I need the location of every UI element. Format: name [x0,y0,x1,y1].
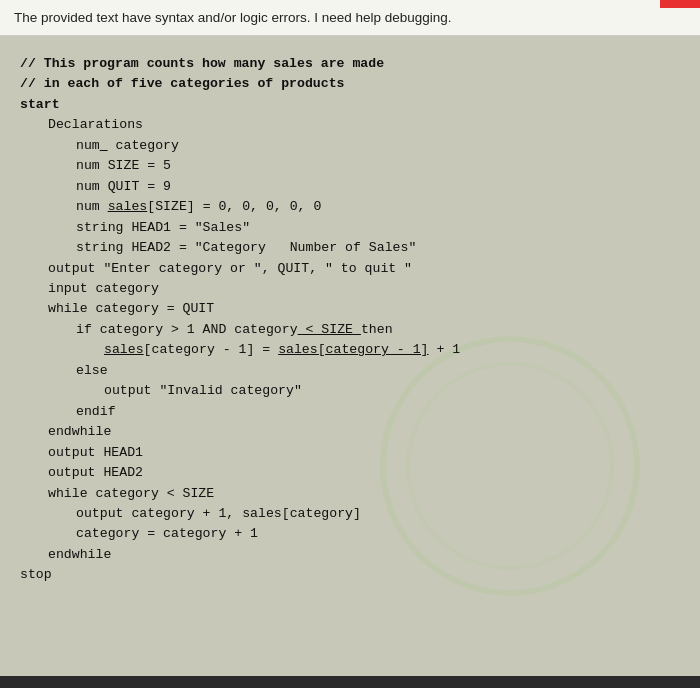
code-line: if category > 1 AND category < SIZE then [20,320,680,340]
code-line: output "Enter category or ", QUIT, " to … [20,259,680,279]
top-bar: The provided text have syntax and/or log… [0,0,700,36]
code-line: string HEAD1 = "Sales" [20,218,680,238]
code-line: input category [20,279,680,299]
code-line: sales[category - 1] = sales[category - 1… [20,340,680,360]
code-line: num category [20,136,680,156]
code-line: Declarations [20,115,680,135]
code-line: num sales[SIZE] = 0, 0, 0, 0, 0 [20,197,680,217]
code-line: else [20,361,680,381]
code-line: string HEAD2 = "Category Number of Sales… [20,238,680,258]
code-area: // This program counts how many sales ar… [0,36,700,676]
code-line: num SIZE = 5 [20,156,680,176]
code-line: endwhile [20,422,680,442]
code-line: start [20,95,680,115]
code-line: endwhile [20,545,680,565]
code-line: category = category + 1 [20,524,680,544]
code-line: while category < SIZE [20,484,680,504]
topbar-text: he provided text have syntax and/or logi… [22,10,451,25]
code-line: endif [20,402,680,422]
code-line: output "Invalid category" [20,381,680,401]
code-line: while category = QUIT [20,299,680,319]
code-line: output category + 1, sales[category] [20,504,680,524]
red-accent-bar [660,0,700,8]
code-line: stop [20,565,680,585]
code-line: // in each of five categories of product… [20,74,680,94]
code-line: num QUIT = 9 [20,177,680,197]
code-line: // This program counts how many sales ar… [20,54,680,74]
code-line: output HEAD2 [20,463,680,483]
code-line: output HEAD1 [20,443,680,463]
